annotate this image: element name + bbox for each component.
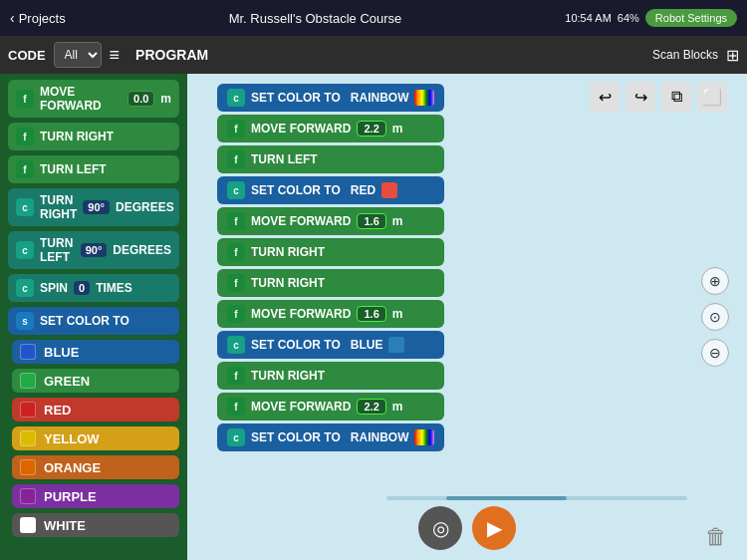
zoom-in-button[interactable]: ⊕ — [701, 267, 729, 295]
move-forward-label: MOVE FORWARD — [40, 85, 122, 113]
white-label: WHITE — [44, 518, 86, 533]
robot-settings-button[interactable]: Robot Settings — [645, 9, 737, 27]
prog-set-color-label-blue: SET COLOR TO — [251, 338, 341, 352]
sidebar-block-turn-left-degrees[interactable]: c TURN LEFT 90° DEGREES — [8, 231, 179, 269]
color-item-blue[interactable]: BLUE — [12, 340, 179, 364]
menu-icon[interactable]: ≡ — [110, 45, 121, 66]
prog-rainbow-value-2: RAINBOW — [351, 430, 409, 444]
color-item-orange[interactable]: ORANGE — [12, 455, 179, 479]
prog-move-value-4: 2.2 — [357, 399, 385, 415]
move-forward-value: 0.0 — [127, 91, 154, 107]
spin-suffix: TIMES — [96, 281, 132, 295]
turn-right-degrees-value: 90° — [83, 200, 110, 214]
prog-turn-right-label-1: TURN RIGHT — [251, 245, 325, 259]
blue-swatch — [20, 344, 36, 360]
scan-blocks-label: Scan Blocks — [652, 48, 718, 62]
turn-left-icon: f — [16, 160, 34, 178]
prog-move-icon-2: f — [227, 212, 245, 230]
prog-move-label-1: MOVE FORWARD — [251, 122, 351, 136]
prog-turn-left-icon-1: f — [227, 150, 245, 168]
sidebar-block-turn-left[interactable]: f TURN LEFT — [8, 155, 179, 183]
prog-move-icon-3: f — [227, 305, 245, 323]
purple-swatch — [20, 488, 36, 504]
code-filter-select[interactable]: All — [54, 42, 102, 68]
red-swatch — [20, 402, 36, 418]
prog-move-icon-4: f — [227, 398, 245, 416]
spin-label: SPIN — [40, 281, 68, 295]
projects-button[interactable]: Projects — [19, 11, 66, 26]
prog-move-label-4: MOVE FORWARD — [251, 400, 351, 414]
code-label: CODE — [8, 48, 46, 63]
color-item-white[interactable]: WHITE — [12, 513, 179, 537]
purple-label: PURPLE — [44, 489, 97, 504]
sidebar-block-spin[interactable]: c SPIN 0 TIMES — [8, 274, 179, 302]
prog-blue-value: BLUE — [351, 338, 383, 352]
prog-block-turn-left-1[interactable]: f TURN LEFT — [217, 145, 444, 173]
redo-button[interactable]: ↪ — [625, 82, 655, 112]
prog-set-color-icon-red: c — [227, 181, 245, 199]
prog-block-turn-right-2[interactable]: f TURN RIGHT — [217, 269, 444, 297]
prog-turn-right-label-3: TURN RIGHT — [251, 369, 325, 383]
color-list: BLUE GREEN RED YELLOW ORANGE PURPLE — [8, 340, 179, 537]
prog-turn-right-label-2: TURN RIGHT — [251, 276, 325, 290]
sidebar: f MOVE FORWARD 0.0 m f TURN RIGHT f TURN… — [0, 74, 187, 560]
turn-right-label: TURN RIGHT — [40, 130, 114, 143]
program-area: ↩ ↪ ⧉ ⬜ c SET COLOR TO RAINBOW f MOVE FO… — [187, 74, 747, 560]
play-button[interactable]: ▶ — [472, 506, 516, 550]
zoom-reset-button[interactable]: ⊙ — [701, 303, 729, 331]
turn-left-degrees-value: 90° — [81, 243, 108, 257]
set-color-icon: s — [16, 312, 34, 330]
horizontal-scrollbar[interactable] — [386, 496, 687, 500]
prog-set-color-icon-2: c — [227, 428, 245, 446]
color-item-yellow[interactable]: YELLOW — [12, 426, 179, 450]
toolbar: CODE All ≡ PROGRAM Scan Blocks ⊞ — [0, 36, 747, 74]
turn-right-icon: f — [16, 128, 34, 145]
prog-block-set-color-red[interactable]: c SET COLOR TO RED — [217, 176, 444, 204]
prog-set-color-icon-1: c — [227, 89, 245, 107]
color-item-purple[interactable]: PURPLE — [12, 484, 179, 508]
sidebar-block-turn-right-degrees[interactable]: c TURN RIGHT 90° DEGREES — [8, 188, 179, 226]
blue-prog-swatch — [388, 337, 404, 353]
prog-block-turn-right-1[interactable]: f TURN RIGHT — [217, 238, 444, 266]
sidebar-block-turn-right[interactable]: f TURN RIGHT — [8, 123, 179, 150]
white-swatch — [20, 517, 36, 533]
top-right: 10:54 AM 64% Robot Settings — [565, 9, 737, 27]
prog-set-color-label-2: SET COLOR TO — [251, 430, 341, 444]
yellow-swatch — [20, 430, 36, 446]
time-display: 10:54 AM — [565, 12, 611, 24]
green-swatch — [20, 373, 36, 389]
zoom-out-button[interactable]: ⊖ — [701, 339, 729, 367]
turn-right-degrees-label: TURN RIGHT — [40, 193, 77, 221]
undo-button[interactable]: ↩ — [590, 82, 620, 112]
turn-left-label: TURN LEFT — [40, 162, 107, 176]
prog-turn-right-icon-1: f — [227, 243, 245, 261]
battery-display: 64% — [618, 12, 639, 24]
prog-block-set-color-rainbow-1[interactable]: c SET COLOR TO RAINBOW — [217, 84, 444, 112]
color-item-red[interactable]: RED — [12, 398, 179, 421]
prog-block-turn-right-3[interactable]: f TURN RIGHT — [217, 362, 444, 390]
move-forward-icon: f — [16, 90, 34, 108]
prog-block-move-forward-4[interactable]: f MOVE FORWARD 2.2 m — [217, 393, 444, 420]
prog-rainbow-value-1: RAINBOW — [351, 91, 409, 105]
grid-icon[interactable]: ⊞ — [726, 46, 739, 65]
orange-label: ORANGE — [44, 460, 101, 475]
move-forward-unit: m — [160, 92, 171, 106]
prog-block-move-forward-3[interactable]: f MOVE FORWARD 1.6 m — [217, 300, 444, 328]
sidebar-block-set-color[interactable]: s SET COLOR TO — [8, 307, 179, 335]
trash-icon[interactable]: 🗑 — [705, 524, 727, 550]
rainbow-swatch-1 — [414, 90, 434, 106]
prog-move-unit-3: m — [392, 307, 403, 321]
prog-set-color-label-red: SET COLOR TO — [251, 183, 341, 197]
prog-block-set-color-blue[interactable]: c SET COLOR TO BLUE — [217, 331, 444, 359]
prog-move-value-3: 1.6 — [357, 306, 385, 322]
color-item-green[interactable]: GREEN — [12, 369, 179, 393]
sidebar-block-move-forward[interactable]: f MOVE FORWARD 0.0 m — [8, 80, 179, 118]
prog-block-set-color-rainbow-2[interactable]: c SET COLOR TO RAINBOW — [217, 423, 444, 451]
camera-button[interactable]: ◎ — [418, 506, 462, 550]
prog-block-move-forward-1[interactable]: f MOVE FORWARD 2.2 m — [217, 115, 444, 142]
copy-button[interactable]: ⧉ — [661, 82, 691, 112]
blocks-container: c SET COLOR TO RAINBOW f MOVE FORWARD 2.… — [217, 84, 444, 454]
paste-button[interactable]: ⬜ — [697, 82, 727, 112]
prog-move-unit-2: m — [392, 214, 403, 228]
prog-block-move-forward-2[interactable]: f MOVE FORWARD 1.6 m — [217, 207, 444, 235]
